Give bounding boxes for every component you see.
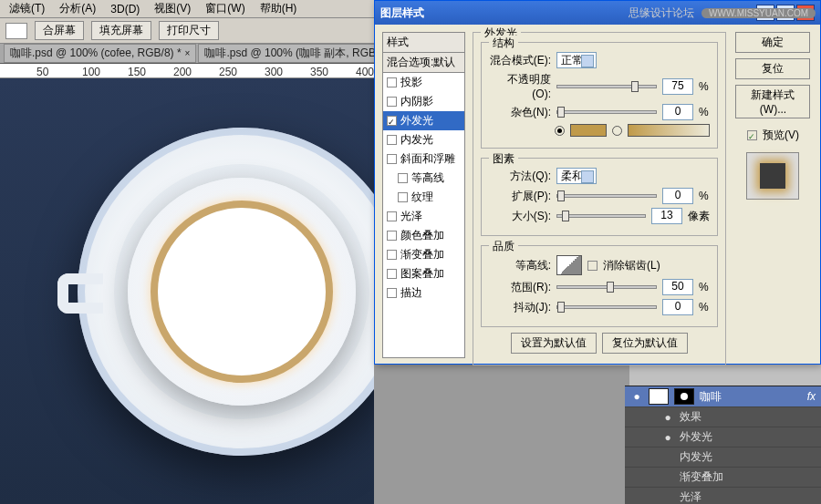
fx-bevel[interactable]: 斜面和浮雕 [383,149,464,169]
layer-style-dialog: 图层样式 _ □ × 样式 混合选项:默认 投影 内阴影 外发光 内发光 斜面和… [374,0,821,365]
fx-satin[interactable]: 光泽 [383,207,464,226]
noise-input[interactable]: 0 [662,104,693,120]
dialog-title: 图层样式 [380,5,424,21]
fx-inner-glow-row[interactable]: 内发光 [625,447,821,468]
secondary-canvas [374,365,629,504]
structure-group: 结构 混合模式(E): 正常 不透明度(O): 75 % 杂色(N): [481,42,718,149]
visibility-icon[interactable]: ● [630,390,643,403]
opacity-slider[interactable] [556,85,657,88]
effects-list: 样式 混合选项:默认 投影 内阴影 外发光 内发光 斜面和浮雕 等高线 纹理 光… [382,32,465,358]
spread-input[interactable]: 0 [662,188,693,204]
fx-pattern-overlay[interactable]: 图案叠加 [383,264,464,283]
fx-satin-row[interactable]: 光泽 [625,488,821,504]
jitter-slider[interactable] [556,305,657,309]
elements-group: 图素 方法(Q): 柔和 扩展(P): 0 % 大小(S): 13 [481,158,718,236]
spread-slider[interactable] [556,194,657,198]
tool-preset[interactable] [5,23,27,39]
menu-help[interactable]: 帮助(H) [260,1,297,16]
opacity-input[interactable]: 75 [662,78,693,95]
fill-screen-button[interactable]: 填充屏幕 [91,21,151,40]
contour-label: 等高线: [489,258,551,273]
size-slider[interactable] [556,214,646,218]
blend-options[interactable]: 混合选项:默认 [383,53,464,73]
quality-group: 品质 等高线: 消除锯齿(L) 范围(R): 50 % 抖动(J): [481,245,718,327]
layer-mask-thumb[interactable] [674,388,694,405]
fx-gradient-overlay[interactable]: 渐变叠加 [383,245,464,264]
fx-color-overlay[interactable]: 颜色叠加 [383,226,464,245]
antialias-checkbox[interactable] [587,261,598,271]
fx-inner-shadow[interactable]: 内阴影 [383,92,464,111]
menu-analysis[interactable]: 分析(A) [59,1,96,16]
fit-screen-button[interactable]: 合屏幕 [35,21,84,40]
menu-3d[interactable]: 3D(D) [110,3,140,15]
layers-panel: ● 咖啡 fx ●效果 ●外发光 内发光 渐变叠加 光泽 [625,386,821,504]
technique-label: 方法(Q): [489,169,551,184]
gradient-radio[interactable] [612,126,622,136]
range-label: 范围(R): [489,280,551,295]
blend-mode-label: 混合模式(E): [489,53,551,68]
print-size-button[interactable]: 打印尺寸 [159,21,219,40]
menu-view[interactable]: 视图(V) [154,1,191,16]
range-slider[interactable] [556,285,657,289]
preview-checkbox[interactable] [747,130,757,140]
color-radio[interactable] [555,126,565,136]
preview-swatch [746,152,799,200]
technique-select[interactable]: 柔和 [556,168,597,184]
new-style-button[interactable]: 新建样式(W)... [735,85,810,118]
fx-outer-glow[interactable]: 外发光 [383,111,464,130]
jitter-input[interactable]: 0 [662,299,693,315]
cup-rim [151,201,333,383]
effects-row[interactable]: ●效果 [625,407,821,427]
outer-glow-group: 外发光 结构 混合模式(E): 正常 不透明度(O): 75 % 杂色(N): [473,32,726,365]
spread-label: 扩展(P): [489,189,551,204]
glow-color-swatch[interactable] [570,124,607,137]
fx-outer-glow-row[interactable]: ●外发光 [625,427,821,447]
fx-contour[interactable]: 等高线 [383,169,464,188]
close-icon[interactable]: × [185,48,191,58]
noise-label: 杂色(N): [489,105,551,120]
contour-picker[interactable] [556,255,582,275]
layer-row[interactable]: ● 咖啡 fx [625,386,821,407]
noise-slider[interactable] [556,110,657,114]
cup-handle [57,273,103,314]
ok-button[interactable]: 确定 [735,32,810,53]
layer-thumb[interactable] [649,388,669,405]
styles-header[interactable]: 样式 [383,33,464,53]
menu-window[interactable]: 窗口(W) [205,1,244,16]
size-input[interactable]: 13 [651,208,682,224]
watermark: 思缘设计论坛 WWW.MISSYUAN.COM [629,5,816,21]
size-label: 大小(S): [489,209,551,224]
fx-gradient-overlay-row[interactable]: 渐变叠加 [625,468,821,488]
range-input[interactable]: 50 [662,279,693,295]
jitter-label: 抖动(J): [489,300,551,315]
fx-drop-shadow[interactable]: 投影 [383,73,464,92]
make-default-button[interactable]: 设置为默认值 [511,333,597,354]
cup-graphic [128,178,356,406]
layer-name: 咖啡 [700,389,722,405]
dialog-buttons: 确定 复位 新建样式(W)... 预览(V) [733,32,813,358]
menu-filter[interactable]: 滤镜(T) [9,1,45,16]
reset-default-button[interactable]: 复位为默认值 [602,333,688,354]
opacity-label: 不透明度(O): [489,72,551,100]
fx-badge[interactable]: fx [807,390,816,403]
blend-mode-select[interactable]: 正常 [556,52,597,68]
fx-texture[interactable]: 纹理 [383,188,464,207]
fx-stroke[interactable]: 描边 [383,283,464,303]
doc-tab-1[interactable]: 咖啡.psd @ 100% (cofee, RGB/8) *× [4,44,196,63]
cancel-button[interactable]: 复位 [735,58,810,79]
glow-gradient[interactable] [628,124,710,137]
saucer-graphic [78,128,406,456]
fx-inner-glow[interactable]: 内发光 [383,130,464,149]
